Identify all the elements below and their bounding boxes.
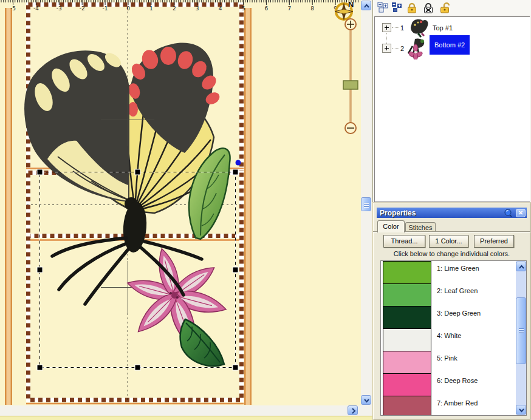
collapse-branches-icon[interactable] [391,2,403,14]
horizontal-scrollbar[interactable] [0,405,372,416]
expand-item-2-button[interactable] [382,44,391,53]
color-label: 4: White [437,332,461,339]
lock-closed-icon[interactable] [406,2,418,14]
layers-object-list[interactable]: 1 Top #1 2 [374,16,530,202]
lock-crossed-icon[interactable] [422,2,434,14]
color-swatch[interactable] [383,328,431,351]
ruler-label: 3 [196,5,199,12]
layer-2-label-selected[interactable]: Bottom #2 [430,35,470,55]
zoom-in-button[interactable] [345,19,356,30]
zoom-out-button[interactable] [345,123,356,134]
thread-button[interactable]: Thread... [383,235,425,248]
properties-title: Properties [377,209,504,217]
status-strip [0,416,372,420]
scroll-down-button[interactable] [361,395,371,405]
color-scroll-up-button[interactable] [516,262,526,271]
expand-branches-icon[interactable] [377,2,389,14]
color-label: 6: Deep Rose [437,377,478,384]
color-swatch[interactable] [383,261,431,284]
layer-2-number: 2 [400,45,404,52]
color-row[interactable]: 3: Deep Green [381,306,526,329]
color-label: 5: Pink [437,354,457,362]
color-row[interactable]: 1: Lime Green [381,261,526,284]
color-swatch[interactable] [383,396,431,416]
tree-connector [386,33,387,45]
color-row[interactable]: 5: Pink [381,351,526,374]
color-scroll-down-button[interactable] [516,405,526,415]
pin-icon[interactable] [504,209,512,217]
color-scroll-thumb[interactable] [516,297,526,364]
layers-panel: 1 Top #1 2 [372,0,531,202]
color-swatch[interactable] [383,306,431,329]
preferred-button[interactable]: Preferred [474,235,514,248]
ruler-label: -5 [10,5,16,12]
properties-panel: Properties ✕ Color Stitches Thread... 1 … [372,202,531,420]
ruler-label: 0 [126,5,130,12]
color-swatch[interactable] [383,373,431,396]
tab-color[interactable]: Color [377,220,405,232]
ruler-label: 2 [173,5,176,12]
close-icon[interactable]: ✕ [516,209,526,217]
ruler-label: 8 [310,5,314,12]
ruler-label: 4 [219,5,222,12]
color-swatch[interactable] [383,283,431,307]
design-canvas[interactable]: -5-4-3-2-10123456789 N [0,0,372,420]
ruler-label: -1 [103,5,108,12]
expand-item-1-button[interactable] [382,23,391,32]
hoop-rail-left [5,8,12,405]
lock-open-icon[interactable] [439,2,451,14]
properties-titlebar: Properties ✕ [377,208,527,218]
zoom-slider[interactable] [340,18,361,135]
vertical-scrollbar[interactable] [361,0,372,405]
tree-connector [392,27,399,28]
start-point-marker [236,160,241,166]
embroidery-editor-window: -5-4-3-2-10123456789 N [0,0,531,420]
layer-1-number: 1 [400,24,404,32]
layer-1-label[interactable]: Top #1 [433,24,453,32]
ruler-label: 5 [242,5,245,12]
compass-north-label: N [348,0,354,9]
scroll-up-button[interactable] [361,1,371,10]
zoom-slider-handle[interactable] [343,81,358,89]
ruler-label: 6 [265,5,269,12]
color-row[interactable]: 6: Deep Rose [381,373,526,396]
color-row[interactable]: 7: Amber Red [381,396,526,416]
color-label: 1: Lime Green [437,265,479,272]
one-color-button[interactable]: 1 Color... [429,235,468,248]
color-hint-text: Click below to change individual colors. [373,250,530,257]
ruler-label: -2 [80,5,85,12]
color-list-scrollbar[interactable] [516,261,526,415]
color-swatch[interactable] [383,351,431,374]
color-row[interactable]: 4: White [381,328,526,351]
tab-stitches[interactable]: Stitches [405,222,436,232]
tree-connector [392,48,399,49]
vertical-scroll-thumb[interactable] [361,197,371,211]
hoop-rail-right [244,8,252,405]
layers-toolbar [373,0,531,16]
color-label: 2: Leaf Green [437,287,478,294]
layer-1-thumbnail[interactable] [408,17,430,39]
ruler-label: -4 [33,5,39,12]
color-list[interactable]: 1: Lime Green2: Leaf Green3: Deep Green4… [380,260,527,416]
color-label: 7: Amber Red [437,399,478,407]
color-row[interactable]: 2: Leaf Green [381,283,526,307]
ruler-label: 1 [149,5,153,12]
ruler-label: 7 [287,5,291,12]
ruler-label: -3 [57,5,62,12]
scroll-right-button[interactable] [348,405,358,415]
color-label: 3: Deep Green [437,310,481,317]
layer-2-thumbnail[interactable] [406,38,430,61]
